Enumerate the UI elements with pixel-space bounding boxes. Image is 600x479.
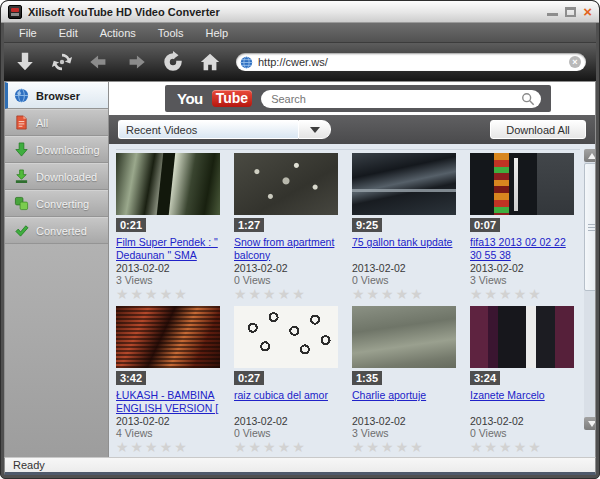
video-card: 1:27 Snow from apartment balcony 2013-02… bbox=[234, 153, 344, 302]
video-views: 0 Views bbox=[352, 274, 462, 286]
browser-globe-icon bbox=[14, 88, 29, 103]
search-input[interactable] bbox=[271, 93, 517, 105]
video-rating-stars[interactable]: ★★★★★ bbox=[352, 287, 462, 302]
video-thumbnail[interactable] bbox=[352, 306, 456, 368]
video-title-link[interactable]: fifa13 2013 02 02 22 30 55 38 bbox=[470, 236, 580, 261]
download-all-button[interactable]: Download All bbox=[490, 120, 586, 139]
dropdown-selected-value[interactable]: Recent Videos bbox=[118, 120, 298, 139]
video-date: 2013-02-02 bbox=[470, 262, 580, 274]
video-card: 3:42 ŁUKASH - BAMBINA ENGLISH VERSION [ … bbox=[116, 306, 226, 455]
video-duration-badge: 0:07 bbox=[470, 218, 500, 232]
scroll-down-icon bbox=[588, 421, 596, 427]
video-duration-badge: 0:27 bbox=[234, 371, 264, 385]
video-title-link[interactable]: Izanete Marcelo bbox=[470, 389, 580, 414]
video-card: 0:21 Film Super Pendek : " Dedaunan " SM… bbox=[116, 153, 226, 302]
all-files-icon bbox=[14, 115, 29, 130]
maximize-button[interactable] bbox=[565, 7, 576, 17]
video-views: 3 Views bbox=[352, 427, 462, 439]
video-thumbnail[interactable] bbox=[234, 306, 338, 368]
scrollbar-down-button[interactable] bbox=[584, 417, 595, 430]
menu-tools[interactable]: Tools bbox=[147, 25, 195, 41]
vertical-scrollbar[interactable] bbox=[584, 149, 595, 430]
minimize-button[interactable] bbox=[547, 7, 558, 16]
downloading-icon bbox=[14, 142, 29, 157]
menu-edit[interactable]: Edit bbox=[48, 25, 89, 41]
downloaded-icon bbox=[14, 169, 29, 184]
video-card: 3:24 Izanete Marcelo 2013-02-02 0 Views … bbox=[470, 306, 580, 455]
url-input[interactable] bbox=[258, 56, 564, 68]
scrollbar-thumb[interactable] bbox=[584, 163, 595, 291]
video-title-link[interactable]: ŁUKASH - BAMBINA ENGLISH VERSION [ bbox=[116, 389, 226, 414]
video-rating-stars[interactable]: ★★★★★ bbox=[470, 287, 580, 302]
search-icon[interactable] bbox=[521, 92, 535, 106]
sidebar-item-label: Downloading bbox=[36, 144, 100, 156]
globe-icon bbox=[240, 56, 253, 69]
video-date: 2013-02-02 bbox=[116, 415, 226, 427]
video-grid: 0:21 Film Super Pendek : " Dedaunan " SM… bbox=[116, 149, 580, 457]
sidebar-item-downloading[interactable]: Downloading bbox=[5, 136, 108, 163]
home-icon[interactable] bbox=[199, 51, 221, 73]
menu-actions[interactable]: Actions bbox=[89, 25, 147, 41]
sidebar-item-converting[interactable]: Converting bbox=[5, 190, 108, 217]
back-icon[interactable] bbox=[88, 51, 110, 73]
video-title-link[interactable]: 75 gallon tank update bbox=[352, 236, 462, 261]
menu-help[interactable]: Help bbox=[194, 25, 239, 41]
menu-file[interactable]: File bbox=[8, 25, 48, 41]
video-rating-stars[interactable]: ★★★★★ bbox=[116, 287, 226, 302]
recent-videos-dropdown[interactable]: Recent Videos bbox=[118, 120, 331, 139]
video-thumbnail[interactable] bbox=[116, 153, 220, 215]
dropdown-arrow-button[interactable] bbox=[298, 120, 331, 139]
clear-url-icon[interactable]: × bbox=[569, 56, 581, 68]
video-duration-badge: 0:21 bbox=[116, 218, 146, 232]
video-thumbnail[interactable] bbox=[470, 153, 574, 215]
video-rating-stars[interactable]: ★★★★★ bbox=[234, 287, 344, 302]
sidebar-item-converted[interactable]: Converted bbox=[5, 217, 108, 244]
convert-icon[interactable] bbox=[51, 51, 73, 73]
window-title: Xilisoft YouTube HD Video Converter bbox=[28, 6, 541, 18]
youtube-header-band: You Tube bbox=[165, 85, 551, 112]
video-thumbnail[interactable] bbox=[116, 306, 220, 368]
video-date: 2013-02-02 bbox=[352, 262, 462, 274]
youtube-logo-tube: Tube bbox=[212, 90, 252, 107]
video-title-link[interactable]: raiz cubica del amor bbox=[234, 389, 344, 414]
youtube-logo: You bbox=[177, 90, 203, 107]
video-rating-stars[interactable]: ★★★★★ bbox=[234, 440, 344, 455]
video-thumbnail[interactable] bbox=[352, 153, 456, 215]
sidebar-item-label: Downloaded bbox=[36, 171, 97, 183]
video-card: 0:07 fifa13 2013 02 02 22 30 55 38 2013-… bbox=[470, 153, 580, 302]
sidebar-item-label: All bbox=[36, 117, 48, 129]
url-bar[interactable]: × bbox=[236, 53, 586, 71]
scrollbar-up-button[interactable] bbox=[584, 149, 595, 162]
video-date: 2013-02-02 bbox=[470, 415, 580, 427]
video-rating-stars[interactable]: ★★★★★ bbox=[352, 440, 462, 455]
sidebar-item-label: Browser bbox=[36, 90, 80, 102]
video-views: 0 Views bbox=[470, 427, 580, 439]
sidebar-item-all[interactable]: All bbox=[5, 109, 108, 136]
scrollbar-track[interactable] bbox=[584, 291, 595, 417]
download-icon[interactable] bbox=[14, 51, 36, 73]
sidebar-item-downloaded[interactable]: Downloaded bbox=[5, 163, 108, 190]
close-button[interactable]: × bbox=[583, 6, 592, 18]
video-duration-badge: 1:35 bbox=[352, 371, 382, 385]
filter-bar: Recent Videos Download All bbox=[109, 115, 595, 144]
video-date: 2013-02-02 bbox=[352, 415, 462, 427]
video-title-link[interactable]: Charlie aportuje bbox=[352, 389, 462, 414]
status-text: Ready bbox=[13, 459, 45, 471]
video-title-link[interactable]: Snow from apartment balcony bbox=[234, 236, 344, 261]
app-window: Xilisoft YouTube HD Video Converter × Fi… bbox=[0, 0, 600, 479]
forward-icon[interactable] bbox=[125, 51, 147, 73]
youtube-search-box[interactable] bbox=[261, 90, 541, 108]
video-title-link[interactable]: Film Super Pendek : " Dedaunan " SMA Neg… bbox=[116, 236, 226, 261]
video-views: 4 Views bbox=[116, 427, 226, 439]
video-date: 2013-02-02 bbox=[116, 262, 226, 274]
refresh-icon[interactable] bbox=[162, 51, 184, 73]
video-thumbnail[interactable] bbox=[470, 306, 574, 368]
video-rating-stars[interactable]: ★★★★★ bbox=[470, 440, 580, 455]
video-views: 3 Views bbox=[116, 274, 226, 286]
video-rating-stars[interactable]: ★★★★★ bbox=[116, 440, 226, 455]
video-duration-badge: 1:27 bbox=[234, 218, 264, 232]
scroll-up-icon bbox=[588, 153, 596, 159]
youtube-header-row: You Tube bbox=[109, 82, 595, 115]
sidebar-item-browser[interactable]: Browser bbox=[5, 82, 108, 109]
video-thumbnail[interactable] bbox=[234, 153, 338, 215]
